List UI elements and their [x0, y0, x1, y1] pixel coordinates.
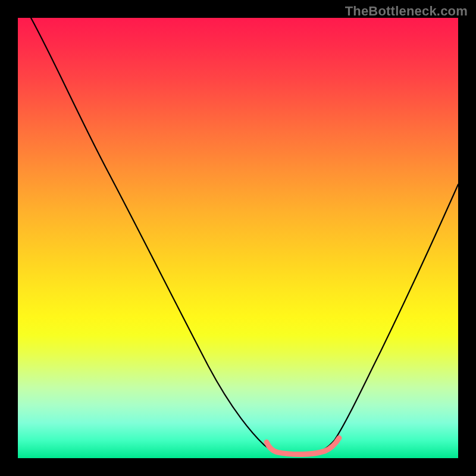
- bottleneck-chart: TheBottleneck.com: [0, 0, 476, 476]
- watermark-text: TheBottleneck.com: [345, 4, 468, 19]
- plot-area: [18, 18, 458, 458]
- curve-layer: [18, 18, 458, 458]
- bottleneck-curve-path: [31, 18, 458, 453]
